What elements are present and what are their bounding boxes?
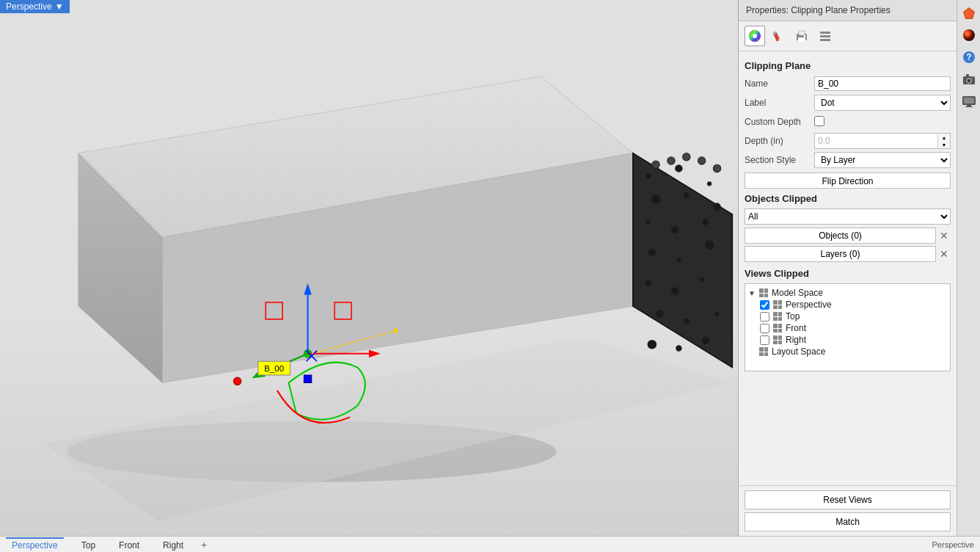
- panel-buttons: Reset Views Match: [739, 485, 980, 536]
- layers-btn[interactable]: [815, 26, 835, 46]
- top-tree-label: Top: [786, 311, 800, 322]
- pencil-btn[interactable]: [768, 26, 789, 46]
- layers-close-button[interactable]: ✕: [937, 246, 951, 262]
- svg-point-30: [698, 157, 705, 164]
- svg-point-10: [684, 192, 690, 198]
- viewport: Perspective ▼: [0, 0, 738, 536]
- print-btn[interactable]: [791, 26, 812, 46]
- layers-button[interactable]: Layers (0): [745, 246, 936, 262]
- model-space-icon: [758, 288, 769, 298]
- layers-btn-row: Layers (0) ✕: [745, 246, 951, 262]
- match-button[interactable]: Match: [745, 512, 951, 531]
- custom-depth-value-wrapper: [814, 116, 951, 128]
- status-tab-front[interactable]: Front: [113, 537, 145, 552]
- svg-point-27: [652, 161, 659, 168]
- custom-depth-row: Custom Depth: [745, 114, 951, 130]
- depth-down-btn[interactable]: ▼: [938, 141, 950, 148]
- front-item: Front: [748, 322, 947, 334]
- color-wheel-icon: [748, 29, 761, 43]
- label-label: Label: [745, 98, 814, 108]
- section-style-row: Section Style By Layer None Custom: [745, 152, 951, 168]
- svg-point-21: [656, 310, 663, 317]
- reset-views-button[interactable]: Reset Views: [745, 490, 951, 509]
- name-value-wrapper: [814, 76, 951, 91]
- svg-rect-69: [966, 74, 969, 76]
- monitor-btn[interactable]: [959, 91, 979, 112]
- section-style-select[interactable]: By Layer None Custom: [814, 152, 951, 168]
- properties-panel: Properties: Clipping Plane Properties ⚙: [738, 0, 980, 536]
- label-value-wrapper: Dot None Text: [814, 95, 951, 111]
- svg-point-14: [703, 219, 709, 225]
- top-tree-icon: [772, 311, 783, 322]
- front-checkbox[interactable]: [760, 324, 769, 333]
- svg-point-19: [671, 287, 679, 294]
- svg-point-12: [646, 219, 651, 224]
- perspective-item: Perspective: [748, 299, 947, 310]
- rhino-logo-btn[interactable]: [959, 3, 979, 23]
- color-ball-btn[interactable]: [959, 25, 979, 46]
- depth-input[interactable]: [815, 134, 937, 148]
- front-tree-label: Front: [786, 323, 806, 333]
- model-space-item: ▼ Model Space: [748, 287, 947, 299]
- color-ball-icon: [962, 28, 976, 43]
- section-style-value-wrapper: By Layer None Custom: [814, 152, 951, 168]
- svg-point-68: [968, 79, 970, 82]
- right-tree-icon: [772, 335, 783, 345]
- svg-text:?: ?: [966, 52, 971, 62]
- camera-icon: [962, 72, 976, 87]
- svg-point-28: [668, 157, 675, 164]
- objects-close-button[interactable]: ✕: [937, 228, 951, 244]
- rhino-logo-icon: [962, 6, 976, 21]
- svg-rect-59: [820, 35, 830, 37]
- name-input[interactable]: [814, 76, 951, 91]
- right-checkbox[interactable]: [760, 335, 769, 345]
- layout-space-item: Layout Space: [748, 346, 947, 357]
- status-tab-right[interactable]: Right: [157, 537, 189, 552]
- status-footer-perspective: Perspective: [932, 540, 974, 549]
- add-viewport-button[interactable]: +: [201, 539, 207, 551]
- svg-point-22: [684, 319, 690, 324]
- viewport-tab-label: Perspective: [6, 1, 52, 12]
- svg-rect-74: [965, 106, 973, 107]
- status-tab-perspective[interactable]: Perspective: [6, 537, 64, 552]
- svg-point-45: [393, 328, 398, 333]
- depth-up-btn[interactable]: ▲: [938, 134, 950, 141]
- objects-clipped-select[interactable]: All Selected None: [745, 208, 951, 225]
- model-space-arrow[interactable]: ▼: [748, 289, 756, 297]
- side-toolbar: ?: [957, 0, 980, 536]
- svg-point-70: [972, 77, 973, 79]
- svg-point-20: [700, 277, 704, 282]
- name-label: Name: [745, 79, 814, 89]
- views-tree: ▼ Model Space Perspective: [745, 283, 951, 371]
- svg-point-25: [676, 345, 681, 351]
- status-tab-top[interactable]: Top: [76, 537, 101, 552]
- svg-point-57: [804, 35, 806, 37]
- perspective-tree-label: Perspective: [786, 299, 832, 310]
- label-select[interactable]: Dot None Text: [814, 95, 951, 111]
- svg-point-18: [645, 280, 651, 286]
- depth-spinner: ▲ ▼: [937, 134, 950, 148]
- svg-rect-58: [820, 32, 830, 34]
- viewport-tab[interactable]: Perspective ▼: [0, 0, 70, 13]
- custom-depth-checkbox[interactable]: [814, 116, 824, 126]
- color-wheel-btn[interactable]: [745, 26, 765, 46]
- clipping-plane-title: Clipping Plane: [745, 60, 951, 71]
- svg-rect-60: [820, 39, 830, 41]
- svg-point-11: [713, 203, 720, 210]
- top-item: Top: [748, 310, 947, 322]
- panel-icons-row: [739, 21, 980, 51]
- objects-button[interactable]: Objects (0): [745, 228, 936, 244]
- status-bar: Perspective Top Front Right + Perspectiv…: [0, 536, 980, 552]
- top-checkbox[interactable]: [760, 312, 769, 322]
- section-style-label: Section Style: [745, 155, 814, 165]
- svg-rect-55: [798, 37, 805, 42]
- help-btn[interactable]: ?: [959, 47, 979, 68]
- viewport-tab-arrow: ▼: [55, 1, 64, 12]
- svg-rect-56: [799, 31, 805, 35]
- flip-direction-button[interactable]: Flip Direction: [745, 172, 951, 189]
- camera-btn[interactable]: [959, 69, 979, 90]
- perspective-checkbox[interactable]: [760, 300, 769, 310]
- objects-btn-row: Objects (0) ✕: [745, 228, 951, 244]
- panel-header: Properties: Clipping Plane Properties ⚙: [739, 0, 980, 21]
- label-row: Label Dot None Text: [745, 95, 951, 111]
